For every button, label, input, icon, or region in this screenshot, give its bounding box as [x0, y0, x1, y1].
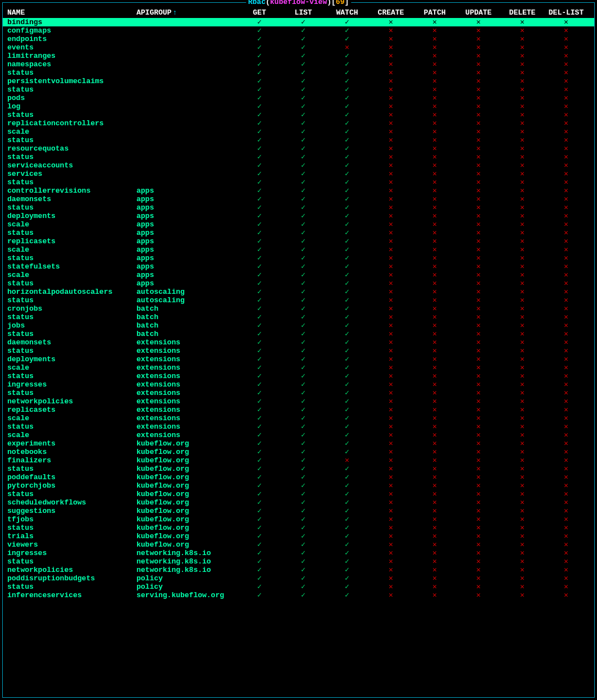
- table-row[interactable]: log✓✓✓✕✕✕✕✕: [3, 102, 594, 111]
- check-icon: ✓: [238, 574, 281, 583]
- table-row[interactable]: daemonsetsapps✓✓✓✕✕✕✕✕: [3, 195, 594, 203]
- table-row[interactable]: persistentvolumeclaims✓✓✓✕✕✕✕✕: [3, 77, 594, 85]
- table-row[interactable]: status✓✓✓✕✕✕✕✕: [3, 178, 594, 187]
- table-row[interactable]: networkpoliciesnetworking.k8s.io✓✓✓✕✕✕✕✕: [3, 566, 594, 574]
- check-icon: ✓: [238, 296, 281, 304]
- table-row[interactable]: statusextensions✓✓✓✕✕✕✕✕: [3, 347, 594, 355]
- table-row[interactable]: statusextensions✓✓✓✕✕✕✕✕: [3, 372, 594, 380]
- table-row[interactable]: status✓✓✓✕✕✕✕✕: [3, 153, 594, 161]
- check-icon: ✓: [238, 288, 281, 296]
- table-row[interactable]: statuskubeflow.org✓✓✓✕✕✕✕✕: [3, 524, 594, 532]
- table-row[interactable]: statusapps✓✓✓✕✕✕✕✕: [3, 279, 594, 288]
- table-row[interactable]: statusautoscaling✓✓✓✕✕✕✕✕: [3, 296, 594, 304]
- table-row[interactable]: statusbatch✓✓✓✕✕✕✕✕: [3, 313, 594, 321]
- table-row[interactable]: statuskubeflow.org✓✓✓✕✕✕✕✕: [3, 490, 594, 498]
- table-row[interactable]: resourcequotas✓✓✓✕✕✕✕✕: [3, 144, 594, 153]
- table-row[interactable]: statusextensions✓✓✓✕✕✕✕✕: [3, 389, 594, 397]
- table-row[interactable]: status✓✓✓✕✕✕✕✕: [3, 111, 594, 119]
- cross-icon: ✕: [500, 262, 544, 271]
- table-row[interactable]: jobsbatch✓✓✓✕✕✕✕✕: [3, 321, 594, 330]
- table-row[interactable]: replicationcontrollers✓✓✓✕✕✕✕✕: [3, 119, 594, 128]
- cell-name: networkpolicies: [7, 397, 136, 406]
- col-name-header[interactable]: NAME: [7, 8, 136, 17]
- table-row[interactable]: daemonsetsextensions✓✓✓✕✕✕✕✕: [3, 338, 594, 347]
- cross-icon: ✕: [413, 254, 457, 262]
- table-row[interactable]: tfjobskubeflow.org✓✓✓✕✕✕✕✕: [3, 515, 594, 524]
- cross-icon: ✕: [413, 389, 457, 397]
- table-row[interactable]: statusbatch✓✓✓✕✕✕✕✕: [3, 330, 594, 338]
- table-row[interactable]: endpoints✓✓✓✕✕✕✕✕: [3, 35, 594, 43]
- table-row[interactable]: statusapps✓✓✓✕✕✕✕✕: [3, 203, 594, 212]
- cross-icon: ✕: [544, 187, 588, 195]
- cross-icon: ✕: [369, 102, 413, 111]
- table-row[interactable]: replicasetsextensions✓✓✓✕✕✕✕✕: [3, 406, 594, 414]
- table-row[interactable]: pytorchjobskubeflow.org✓✓✓✕✕✕✕✕: [3, 481, 594, 490]
- cell-apigroup: apps: [136, 203, 238, 212]
- table-row[interactable]: deploymentsapps✓✓✓✕✕✕✕✕: [3, 212, 594, 220]
- table-row[interactable]: status✓✓✓✕✕✕✕✕: [3, 69, 594, 77]
- table-row[interactable]: scaleapps✓✓✓✕✕✕✕✕: [3, 220, 594, 229]
- table-row[interactable]: notebookskubeflow.org✓✓✓✕✕✕✕✕: [3, 448, 594, 456]
- cross-icon: ✕: [413, 229, 457, 237]
- table-row[interactable]: experimentskubeflow.org✓✓✓✕✕✕✕✕: [3, 439, 594, 448]
- table-row[interactable]: namespaces✓✓✓✕✕✕✕✕: [3, 60, 594, 69]
- table-row[interactable]: status✓✓✓✕✕✕✕✕: [3, 85, 594, 94]
- col-apigroup-header[interactable]: APIGROUP ↑: [136, 8, 238, 17]
- table-row[interactable]: viewerskubeflow.org✓✓✓✕✕✕✕✕: [3, 540, 594, 549]
- table-row[interactable]: limitranges✓✓✓✕✕✕✕✕: [3, 52, 594, 60]
- table-row[interactable]: ingressesnetworking.k8s.io✓✓✓✕✕✕✕✕: [3, 549, 594, 557]
- cross-icon: ✕: [500, 203, 544, 212]
- table-row[interactable]: events✓✓✕✕✕✕✕✕: [3, 43, 594, 52]
- col-watch-header[interactable]: WATCH: [325, 8, 369, 17]
- cross-icon: ✕: [544, 406, 588, 414]
- cell-apigroup: apps: [136, 187, 238, 195]
- table-row[interactable]: poddisruptionbudgetspolicy✓✓✓✕✕✕✕✕: [3, 574, 594, 583]
- table-row[interactable]: scaleapps✓✓✓✕✕✕✕✕: [3, 271, 594, 279]
- table-row[interactable]: scaleapps✓✓✓✕✕✕✕✕: [3, 246, 594, 254]
- cross-icon: ✕: [457, 389, 500, 397]
- table-row[interactable]: statusnetworking.k8s.io✓✓✓✕✕✕✕✕: [3, 557, 594, 566]
- table-row[interactable]: statuspolicy✓✓✓✕✕✕✕✕: [3, 583, 594, 591]
- col-dellist-header[interactable]: DEL-LIST: [544, 8, 588, 17]
- table-row[interactable]: replicasetsapps✓✓✓✕✕✕✕✕: [3, 237, 594, 246]
- col-delete-header[interactable]: DELETE: [500, 8, 544, 17]
- table-row[interactable]: scheduledworkflowskubeflow.org✓✓✓✕✕✕✕✕: [3, 498, 594, 507]
- table-row[interactable]: statusextensions✓✓✓✕✕✕✕✕: [3, 422, 594, 431]
- table-row[interactable]: poddefaultskubeflow.org✓✓✓✕✕✕✕✕: [3, 473, 594, 481]
- table-row[interactable]: serviceaccounts✓✓✓✕✕✕✕✕: [3, 161, 594, 170]
- table-row[interactable]: ingressesextensions✓✓✓✕✕✕✕✕: [3, 380, 594, 389]
- cross-icon: ✕: [413, 288, 457, 296]
- check-icon: ✓: [281, 69, 325, 77]
- table-row[interactable]: scaleextensions✓✓✓✕✕✕✕✕: [3, 363, 594, 372]
- table-row[interactable]: inferenceservicesserving.kubeflow.org✓✓✓…: [3, 591, 594, 599]
- col-create-header[interactable]: CREATE: [369, 8, 413, 17]
- table-row[interactable]: bindings✓✓✓✕✕✕✕✕: [3, 18, 594, 26]
- table-row[interactable]: deploymentsextensions✓✓✓✕✕✕✕✕: [3, 355, 594, 363]
- table-row[interactable]: statuskubeflow.org✓✓✓✕✕✕✕✕: [3, 465, 594, 473]
- col-update-header[interactable]: UPDATE: [457, 8, 500, 17]
- table-row[interactable]: cronjobsbatch✓✓✓✕✕✕✕✕: [3, 304, 594, 313]
- cross-icon: ✕: [413, 490, 457, 498]
- table-row[interactable]: configmaps✓✓✓✕✕✕✕✕: [3, 26, 594, 35]
- table-row[interactable]: statusapps✓✓✓✕✕✕✕✕: [3, 229, 594, 237]
- table-row[interactable]: statefulsetsapps✓✓✓✕✕✕✕✕: [3, 262, 594, 271]
- table-row[interactable]: networkpoliciesextensions✓✓✓✕✕✕✕✕: [3, 397, 594, 406]
- table-row[interactable]: finalizerskubeflow.org✓✓✕✕✕✕✕✕: [3, 456, 594, 465]
- table-row[interactable]: statusapps✓✓✓✕✕✕✕✕: [3, 254, 594, 262]
- table-row[interactable]: scaleextensions✓✓✓✕✕✕✕✕: [3, 431, 594, 439]
- table-row[interactable]: services✓✓✓✕✕✕✕✕: [3, 170, 594, 178]
- cross-icon: ✕: [413, 507, 457, 515]
- table-row[interactable]: trialskubeflow.org✓✓✓✕✕✕✕✕: [3, 532, 594, 540]
- col-list-header[interactable]: LIST: [281, 8, 325, 17]
- col-get-header[interactable]: GET: [238, 8, 281, 17]
- table-row[interactable]: suggestionskubeflow.org✓✓✓✕✕✕✕✕: [3, 507, 594, 515]
- table-row[interactable]: horizontalpodautoscalersautoscaling✓✓✓✕✕…: [3, 288, 594, 296]
- table-row[interactable]: status✓✓✓✕✕✕✕✕: [3, 136, 594, 144]
- table-row[interactable]: scale✓✓✓✕✕✕✕✕: [3, 128, 594, 136]
- check-icon: ✓: [281, 18, 325, 26]
- col-patch-header[interactable]: PATCH: [413, 8, 457, 17]
- table-row[interactable]: pods✓✓✓✕✕✕✕✕: [3, 94, 594, 102]
- table-row[interactable]: controllerrevisionsapps✓✓✓✕✕✕✕✕: [3, 187, 594, 195]
- table-row[interactable]: scaleextensions✓✓✓✕✕✕✕✕: [3, 414, 594, 422]
- check-icon: ✓: [325, 69, 369, 77]
